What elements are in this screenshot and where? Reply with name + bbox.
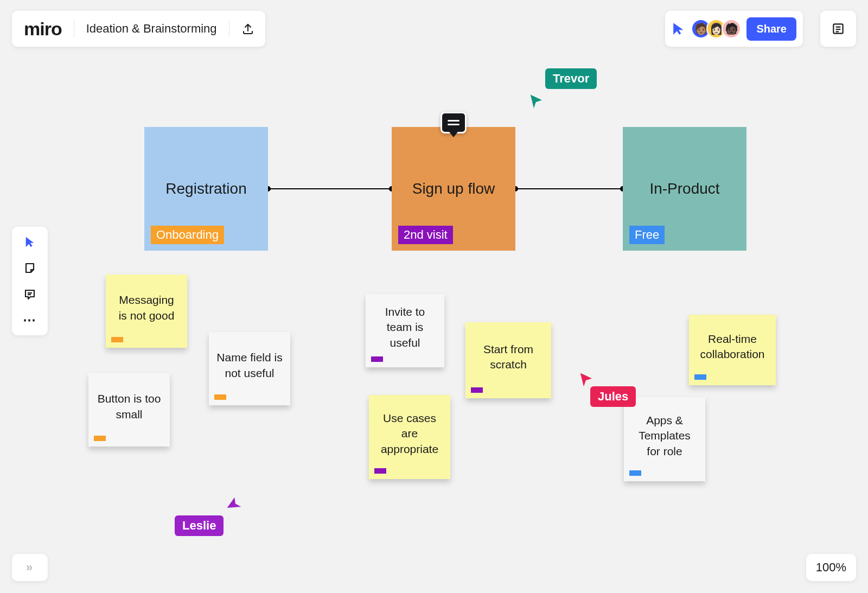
sticky-note[interactable]: Apps & Templates for role xyxy=(624,397,705,481)
more-tools[interactable]: ⋯ xyxy=(22,313,37,328)
sticky-author-mark xyxy=(371,356,383,362)
card-signup[interactable]: Sign up flow 2nd visit xyxy=(392,127,515,251)
board-title[interactable]: Ideation & Brainstorming xyxy=(86,22,217,36)
sticky-text: Invite to team is useful xyxy=(373,304,437,350)
divider xyxy=(229,20,229,38)
sticky-note[interactable]: Start from scratch xyxy=(465,322,551,398)
divider xyxy=(74,20,74,38)
sticky-text: Name field is not useful xyxy=(216,350,283,381)
sticky-author-mark xyxy=(471,387,483,393)
sticky-note[interactable]: Messaging is not good xyxy=(106,275,187,348)
collaborator-cursor-icon xyxy=(578,372,595,388)
sticky-note[interactable]: Real-time collaboration xyxy=(689,315,776,385)
avatar[interactable]: 🧑🏿 xyxy=(722,19,741,39)
sticky-author-mark xyxy=(94,436,106,441)
sticky-text: Button is too small xyxy=(96,391,162,422)
connector[interactable] xyxy=(268,188,392,189)
card-title: Registration xyxy=(165,180,246,197)
sticky-author-mark xyxy=(694,374,706,380)
sticky-author-mark xyxy=(214,394,226,400)
upload-icon[interactable] xyxy=(241,22,254,35)
header-right: 🧑🏽 👩🏻 🧑🏿 Share xyxy=(665,11,803,47)
connector[interactable] xyxy=(515,188,623,189)
sticky-note-tool[interactable] xyxy=(22,260,37,276)
logo[interactable]: miro xyxy=(24,18,62,40)
select-tool[interactable] xyxy=(22,234,37,250)
card-tag[interactable]: Onboarding xyxy=(151,226,224,244)
card-tag[interactable]: 2nd visit xyxy=(398,226,453,244)
zoom-value: 100% xyxy=(816,560,846,575)
toolbar: ⋯ xyxy=(12,227,48,335)
collaborator-cursor-label: Trevor xyxy=(545,68,597,89)
avatar-group[interactable]: 🧑🏽 👩🏻 🧑🏿 xyxy=(691,19,741,39)
sticky-author-mark xyxy=(111,337,123,342)
sticky-text: Start from scratch xyxy=(473,342,544,373)
card-registration[interactable]: Registration Onboarding xyxy=(144,127,268,251)
sticky-note[interactable]: Use cases are appropriate xyxy=(369,395,450,479)
sticky-text: Real-time collaboration xyxy=(697,331,768,362)
sticky-author-mark xyxy=(374,468,386,474)
sticky-text: Use cases are appropriate xyxy=(376,411,443,457)
share-button[interactable]: Share xyxy=(746,17,796,41)
comment-tool[interactable] xyxy=(22,286,37,302)
collaborator-cursor-icon xyxy=(226,494,245,513)
comment-indicator[interactable] xyxy=(441,112,467,133)
card-title: Sign up flow xyxy=(412,180,495,197)
sticky-note[interactable]: Name field is not useful xyxy=(209,332,290,405)
header-left: miro Ideation & Brainstorming xyxy=(12,11,265,47)
cursor-facilitate-icon[interactable] xyxy=(672,22,686,36)
collaborator-cursor-icon xyxy=(528,93,545,110)
sticky-note[interactable]: Button is too small xyxy=(88,373,170,447)
sticky-text: Messaging is not good xyxy=(113,292,180,323)
zoom-level[interactable]: 100% xyxy=(806,554,856,581)
collaborator-cursor-label: Leslie xyxy=(175,515,224,536)
expand-panel-button[interactable]: » xyxy=(12,554,48,581)
collaborator-cursor-label: Jules xyxy=(590,386,636,407)
sticky-author-mark xyxy=(629,470,641,476)
card-inproduct[interactable]: In-Product Free xyxy=(623,127,746,251)
sticky-text: Apps & Templates for role xyxy=(631,413,698,459)
sticky-note[interactable]: Invite to team is useful xyxy=(366,294,444,367)
activity-panel-button[interactable] xyxy=(820,11,856,47)
card-title: In-Product xyxy=(649,180,719,197)
card-tag[interactable]: Free xyxy=(629,226,665,244)
